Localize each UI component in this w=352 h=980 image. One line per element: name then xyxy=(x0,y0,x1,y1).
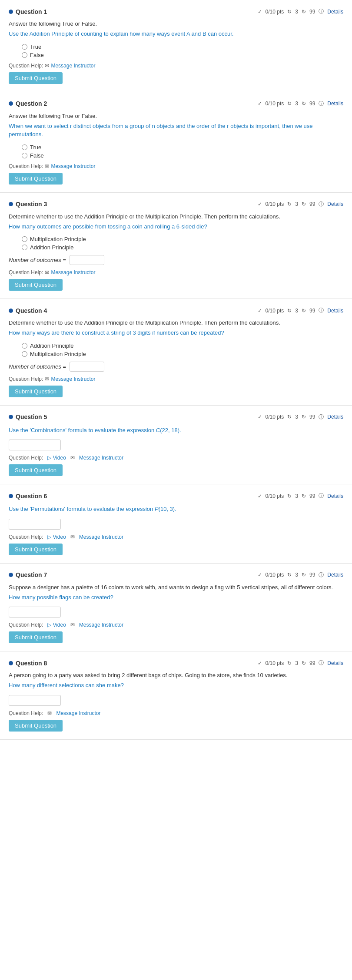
q1-label-false: False xyxy=(30,52,44,58)
details-link-2[interactable]: Details xyxy=(327,101,343,107)
video-icon-5: ▷ xyxy=(47,455,51,461)
message-instructor-4[interactable]: Message Instructor xyxy=(51,376,95,382)
q3-radio-mult[interactable] xyxy=(22,236,27,242)
question-3-block: Question 3 ✓ 0/10 pts ↻ 3 ↻ 99 ⓘ Details… xyxy=(0,193,352,299)
q4-instruction: Determine whether to use the Addition Pr… xyxy=(9,319,343,326)
submit-btn-6[interactable]: Submit Question xyxy=(9,544,63,555)
attempt-icon-5: ↻ xyxy=(302,414,306,420)
retry-icon: ↻ xyxy=(287,9,292,15)
message-instructor-8[interactable]: Message Instructor xyxy=(56,710,100,716)
retry-icon-6: ↻ xyxy=(287,493,292,499)
q2-radio-true[interactable] xyxy=(22,144,27,150)
submit-btn-4[interactable]: Submit Question xyxy=(9,386,63,397)
q4-outcomes-input[interactable] xyxy=(70,362,104,372)
message-instructor-2[interactable]: Message Instructor xyxy=(51,163,95,169)
video-link-6[interactable]: ▷ Video xyxy=(47,534,66,540)
q7-help: Question Help: ▷ Video ✉ Message Instruc… xyxy=(9,622,343,628)
clock-icon: ⓘ xyxy=(319,8,324,15)
q4-radio-mult[interactable] xyxy=(22,351,27,357)
question-5-dot xyxy=(9,415,13,419)
q2-radio-false[interactable] xyxy=(22,153,27,158)
message-instructor-1[interactable]: Message Instructor xyxy=(51,63,95,69)
q4-option-add[interactable]: Addition Principle xyxy=(22,342,343,349)
q4-option-mult[interactable]: Multiplication Principle xyxy=(22,351,343,357)
mail-icon-4: ✉ xyxy=(45,376,49,382)
q2-instruction: Answer the following True or False. xyxy=(9,113,343,119)
details-link-4[interactable]: Details xyxy=(327,308,343,314)
video-link-5[interactable]: ▷ Video xyxy=(47,455,66,461)
submit-btn-8[interactable]: Submit Question xyxy=(9,720,63,732)
submit-btn-5[interactable]: Submit Question xyxy=(9,464,63,476)
q2-options: True False xyxy=(22,144,343,159)
q2-help: Question Help: ✉ Message Instructor xyxy=(9,163,343,169)
q1-option-true[interactable]: True xyxy=(22,44,343,50)
question-1-block: Question 1 ✓ 0/10 pts ↻ 3 ↻ 99 ⓘ Details… xyxy=(0,0,352,92)
q1-text: Use the Addition Principle of counting t… xyxy=(9,30,343,38)
attempt-icon: ↻ xyxy=(302,9,306,15)
details-link-6[interactable]: Details xyxy=(327,493,343,499)
details-link-7[interactable]: Details xyxy=(327,572,343,578)
submit-btn-7[interactable]: Submit Question xyxy=(9,631,63,643)
question-1-title: Question 1 xyxy=(9,8,47,15)
clock-icon-2: ⓘ xyxy=(319,100,324,107)
question-8-title: Question 8 xyxy=(9,660,47,667)
q2-option-true[interactable]: True xyxy=(22,144,343,151)
pts-icon-8: ✓ xyxy=(258,660,262,666)
question-6-meta: ✓ 0/10 pts ↻ 3 ↻ 99 ⓘ Details xyxy=(258,492,343,500)
question-7-meta: ✓ 0/10 pts ↻ 3 ↻ 99 ⓘ Details xyxy=(258,571,343,579)
q3-label-add: Addition Principle xyxy=(30,244,73,251)
retry-icon-5: ↻ xyxy=(287,414,292,420)
details-link-3[interactable]: Details xyxy=(327,201,343,207)
question-5-block: Question 5 ✓ 0/10 pts ↻ 3 ↻ 99 ⓘ Details… xyxy=(0,406,352,485)
q5-answer-input[interactable] xyxy=(9,440,61,450)
q1-radio-true[interactable] xyxy=(22,44,27,50)
question-3-meta: ✓ 0/10 pts ↻ 3 ↻ 99 ⓘ Details xyxy=(258,201,343,208)
q3-option-mult[interactable]: Multiplication Principle xyxy=(22,236,343,242)
question-8-block: Question 8 ✓ 0/10 pts ↻ 3 ↻ 99 ⓘ Details… xyxy=(0,651,352,740)
question-1-dot xyxy=(9,10,13,14)
pts-icon-2: ✓ xyxy=(258,101,262,107)
video-link-7[interactable]: ▷ Video xyxy=(47,622,66,628)
question-2-dot xyxy=(9,101,13,106)
submit-btn-1[interactable]: Submit Question xyxy=(9,72,63,84)
q8-text-2: How many different selections can she ma… xyxy=(9,681,343,690)
q1-label-true: True xyxy=(30,44,41,50)
q7-text-2: How many possible flags can be created? xyxy=(9,593,343,602)
q1-radio-false[interactable] xyxy=(22,52,27,58)
submit-btn-3[interactable]: Submit Question xyxy=(9,279,63,291)
q3-outcomes-input[interactable] xyxy=(70,255,104,265)
question-7-block: Question 7 ✓ 0/10 pts ↻ 3 ↻ 99 ⓘ Details… xyxy=(0,564,352,652)
message-instructor-5[interactable]: Message Instructor xyxy=(79,455,123,461)
message-instructor-7[interactable]: Message Instructor xyxy=(79,622,123,628)
details-link-5[interactable]: Details xyxy=(327,414,343,420)
q7-answer-input[interactable] xyxy=(9,607,61,618)
q3-radio-add[interactable] xyxy=(22,245,27,250)
pts-icon-5: ✓ xyxy=(258,414,262,420)
question-2-header: Question 2 ✓ 0/10 pts ↻ 3 ↻ 99 ⓘ Details xyxy=(9,100,343,107)
attempt-icon-8: ↻ xyxy=(302,660,306,666)
details-link-1[interactable]: Details xyxy=(327,9,343,15)
mail-icon-6: ✉ xyxy=(70,534,75,540)
q6-answer-input[interactable] xyxy=(9,519,61,530)
q4-radio-add[interactable] xyxy=(22,343,27,349)
question-4-dot xyxy=(9,309,13,313)
clock-icon-4: ⓘ xyxy=(319,307,324,314)
q6-text: Use the 'Permutations' formula to evalua… xyxy=(9,505,343,513)
pts-icon-6: ✓ xyxy=(258,493,262,499)
q3-outcomes-row: Number of outcomes = xyxy=(9,255,343,265)
q7-text-1: Suppose a designer has a palette of 16 c… xyxy=(9,584,343,591)
message-instructor-3[interactable]: Message Instructor xyxy=(51,269,95,275)
q8-help: Question Help: ✉ Message Instructor xyxy=(9,710,343,716)
submit-btn-2[interactable]: Submit Question xyxy=(9,173,63,185)
clock-icon-7: ⓘ xyxy=(319,571,324,579)
q3-option-add[interactable]: Addition Principle xyxy=(22,244,343,251)
message-instructor-6[interactable]: Message Instructor xyxy=(79,534,123,540)
question-4-meta: ✓ 0/10 pts ↻ 3 ↻ 99 ⓘ Details xyxy=(258,307,343,314)
q8-answer-input[interactable] xyxy=(9,695,61,706)
retry-icon-3: ↻ xyxy=(287,201,292,207)
q1-option-false[interactable]: False xyxy=(22,52,343,58)
mail-icon-2: ✉ xyxy=(45,163,49,169)
q4-options: Addition Principle Multiplication Princi… xyxy=(22,342,343,357)
q2-option-false[interactable]: False xyxy=(22,152,343,159)
details-link-8[interactable]: Details xyxy=(327,660,343,666)
